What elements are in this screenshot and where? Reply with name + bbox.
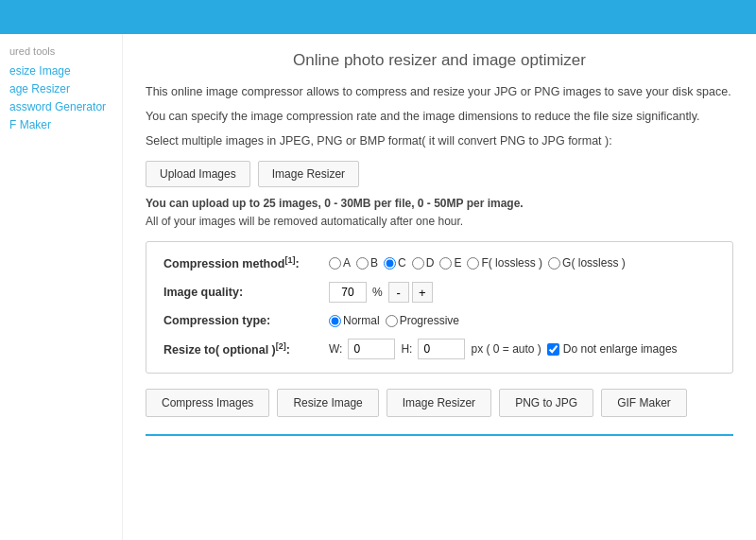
radio-input-a[interactable] bbox=[329, 257, 341, 270]
quality-unit: % bbox=[372, 286, 383, 299]
compression-method-options: A B C D E F( lossless ) G( lossless ) bbox=[329, 256, 626, 270]
compression-method-row: Compression method[1]: A B C D E F( loss… bbox=[163, 255, 715, 270]
quality-input[interactable] bbox=[329, 282, 367, 303]
remove-note: All of your images will be removed autom… bbox=[146, 215, 733, 228]
desc-line-2: You can specify the image compression ra… bbox=[146, 108, 733, 126]
bottom-buttons: Compress Images Resize Image Image Resiz… bbox=[146, 389, 733, 417]
radio-a[interactable]: A bbox=[329, 256, 351, 270]
quality-minus-button[interactable]: - bbox=[388, 282, 409, 303]
sidebar-item-gif-maker[interactable]: F Maker bbox=[9, 118, 112, 131]
radio-progressive[interactable]: Progressive bbox=[386, 314, 459, 327]
radio-e[interactable]: E bbox=[439, 256, 461, 270]
no-enlarge-label[interactable]: Do not enlarge images bbox=[547, 342, 678, 356]
compression-type-row: Compression type: Normal Progressive bbox=[163, 314, 715, 327]
upload-note: You can upload up to 25 images, 0 - 30MB… bbox=[146, 197, 733, 210]
png-to-jpg-button[interactable]: PNG to JPG bbox=[499, 389, 593, 417]
radio-input-d[interactable] bbox=[412, 257, 424, 270]
sidebar-item-resize-image[interactable]: esize Image bbox=[9, 64, 112, 78]
sidebar-title: ured tools bbox=[9, 45, 112, 57]
resize-w-label: W: bbox=[329, 342, 342, 356]
bottom-divider bbox=[146, 434, 733, 436]
image-resizer-button[interactable]: Image Resizer bbox=[258, 161, 359, 187]
resize-h-label: H: bbox=[401, 342, 412, 356]
resize-to-label: Resize to( optional )[2]: bbox=[163, 341, 329, 357]
resize-to-row: Resize to( optional )[2]: W: H: px ( 0 =… bbox=[163, 339, 715, 359]
radio-input-b[interactable] bbox=[356, 257, 369, 270]
sidebar-item-password-generator[interactable]: assword Generator bbox=[9, 100, 112, 113]
resize-unit: px ( 0 = auto ) bbox=[471, 342, 541, 356]
radio-input-progressive[interactable] bbox=[386, 315, 398, 327]
compression-type-options: Normal Progressive bbox=[329, 314, 459, 327]
quality-controls: % - + bbox=[329, 282, 433, 303]
image-resizer-bottom-button[interactable]: Image Resizer bbox=[387, 389, 491, 417]
compression-method-label: Compression method[1]: bbox=[163, 255, 329, 270]
main-content: Online photo resizer and image optimizer… bbox=[123, 34, 756, 540]
radio-input-f[interactable] bbox=[467, 257, 479, 270]
page-layout: ured tools esize Image age Resizer asswo… bbox=[0, 34, 756, 540]
compress-images-button[interactable]: Compress Images bbox=[146, 389, 269, 417]
description-block: This online image compressor allows to c… bbox=[146, 83, 733, 149]
radio-input-c[interactable] bbox=[384, 257, 396, 270]
upload-images-button[interactable]: Upload Images bbox=[146, 161, 250, 187]
no-enlarge-text: Do not enlarge images bbox=[563, 342, 678, 356]
sidebar: ured tools esize Image age Resizer asswo… bbox=[0, 34, 123, 540]
top-bar bbox=[0, 0, 756, 34]
radio-normal[interactable]: Normal bbox=[329, 314, 380, 327]
sidebar-item-image-resizer[interactable]: age Resizer bbox=[9, 82, 112, 96]
quality-plus-button[interactable]: + bbox=[412, 282, 433, 303]
image-quality-row: Image quality: % - + bbox=[163, 282, 715, 303]
radio-input-e[interactable] bbox=[439, 257, 452, 270]
desc-line-3: Select multiple images in JPEG, PNG or B… bbox=[146, 132, 733, 150]
radio-b[interactable]: B bbox=[356, 256, 378, 270]
compression-sup: [1] bbox=[285, 255, 296, 265]
resize-image-button[interactable]: Resize Image bbox=[277, 389, 378, 417]
resize-w-input[interactable] bbox=[348, 339, 395, 359]
options-box: Compression method[1]: A B C D E F( loss… bbox=[146, 241, 733, 374]
radio-input-normal[interactable] bbox=[329, 315, 341, 327]
page-title: Online photo resizer and image optimizer bbox=[146, 51, 733, 70]
resize-controls: W: H: px ( 0 = auto ) Do not enlarge ima… bbox=[329, 339, 678, 359]
radio-input-g[interactable] bbox=[548, 257, 560, 270]
image-quality-label: Image quality: bbox=[163, 286, 329, 299]
radio-c[interactable]: C bbox=[384, 256, 406, 270]
resize-sup: [2] bbox=[276, 341, 286, 351]
resize-h-input[interactable] bbox=[418, 339, 465, 359]
action-buttons: Upload Images Image Resizer bbox=[146, 161, 733, 187]
desc-line-1: This online image compressor allows to c… bbox=[146, 83, 733, 101]
radio-d[interactable]: D bbox=[412, 256, 435, 270]
no-enlarge-checkbox[interactable] bbox=[547, 343, 559, 356]
gif-maker-button[interactable]: GIF Maker bbox=[601, 389, 687, 417]
radio-g[interactable]: G( lossless ) bbox=[548, 256, 626, 270]
compression-type-label: Compression type: bbox=[163, 314, 329, 327]
radio-f[interactable]: F( lossless ) bbox=[467, 256, 542, 270]
